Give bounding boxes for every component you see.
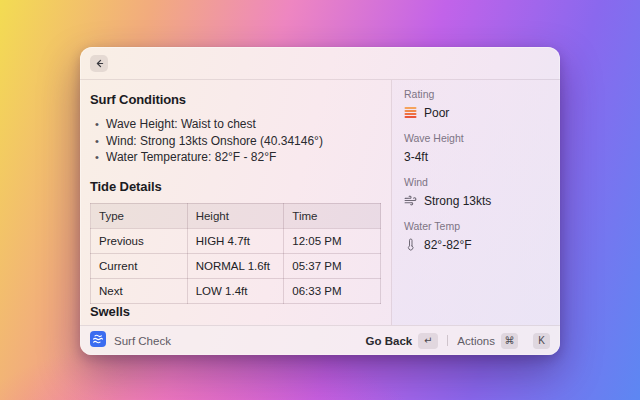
k-key: K xyxy=(533,333,550,349)
app-name: Surf Check xyxy=(114,335,171,347)
actions-button[interactable]: Actions ⌘ K xyxy=(457,333,550,349)
meta-group-water-temp: Water Temp 82°-82°F xyxy=(404,220,548,252)
return-key-icon: ↵ xyxy=(418,333,438,349)
meta-label: Wave Height xyxy=(404,132,548,144)
table-row: Next LOW 1.4ft 06:33 PM xyxy=(91,278,381,303)
surf-conditions-title: Surf Conditions xyxy=(90,92,381,107)
cell-type: Previous xyxy=(91,228,188,253)
desktop-background: Surf Conditions Wave Height: Waist to ch… xyxy=(0,0,640,400)
meta-value: 82°-82°F xyxy=(424,238,472,252)
cell-height: LOW 1.4ft xyxy=(187,278,284,303)
go-back-button[interactable]: Go Back ↵ xyxy=(366,333,439,349)
back-button[interactable] xyxy=(90,55,108,72)
cell-height: HIGH 4.7ft xyxy=(187,228,284,253)
swells-title: Swells xyxy=(90,304,381,319)
footer-separator xyxy=(447,335,448,346)
meta-group-rating: Rating Poor xyxy=(404,88,548,120)
list-item: Wind: Strong 13kts Onshore (40.34146°) xyxy=(90,133,381,150)
footer-actions: Go Back ↵ Actions ⌘ K xyxy=(366,333,550,349)
meta-group-wave-height: Wave Height 3-4ft xyxy=(404,132,548,164)
cell-time: 05:37 PM xyxy=(284,253,381,278)
tide-details-title: Tide Details xyxy=(90,179,381,194)
wind-icon xyxy=(404,194,417,207)
meta-label: Wind xyxy=(404,176,548,188)
command-key-icon: ⌘ xyxy=(501,333,518,349)
cell-time: 06:33 PM xyxy=(284,278,381,303)
meta-value: 3-4ft xyxy=(404,150,428,164)
thermometer-icon xyxy=(404,238,417,251)
surf-conditions-list: Wave Height: Waist to chest Wind: Strong… xyxy=(90,116,381,166)
window-header xyxy=(80,47,560,80)
cell-height: NORMAL 1.6ft xyxy=(187,253,284,278)
column-header-height: Height xyxy=(187,203,284,228)
meta-value: Strong 13kts xyxy=(424,194,491,208)
metadata-sidebar: Rating Poor W xyxy=(392,80,560,325)
meta-label: Water Temp xyxy=(404,220,548,232)
meta-value: Poor xyxy=(424,106,449,120)
cell-type: Current xyxy=(91,253,188,278)
surf-check-window: Surf Conditions Wave Height: Waist to ch… xyxy=(80,47,560,355)
tide-table-header-row: Type Height Time xyxy=(91,203,381,228)
column-header-type: Type xyxy=(91,203,188,228)
surf-check-app-icon xyxy=(90,331,106,351)
go-back-label: Go Back xyxy=(366,335,413,347)
table-row: Current NORMAL 1.6ft 05:37 PM xyxy=(91,253,381,278)
table-row: Previous HIGH 4.7ft 12:05 PM xyxy=(91,228,381,253)
back-arrow-icon xyxy=(94,58,105,69)
list-item: Wave Height: Waist to chest xyxy=(90,116,381,133)
window-content: Surf Conditions Wave Height: Waist to ch… xyxy=(80,80,560,325)
cell-time: 12:05 PM xyxy=(284,228,381,253)
app-identity: Surf Check xyxy=(90,331,171,351)
cell-type: Next xyxy=(91,278,188,303)
column-header-time: Time xyxy=(284,203,381,228)
action-bar: Surf Check Go Back ↵ Actions ⌘ K xyxy=(80,325,560,355)
tide-table: Type Height Time Previous HIGH 4.7ft 12:… xyxy=(90,203,381,304)
meta-group-wind: Wind Strong 13kts xyxy=(404,176,548,208)
actions-label: Actions xyxy=(457,335,495,347)
signal-bars-icon xyxy=(404,106,417,119)
detail-markdown-pane: Surf Conditions Wave Height: Waist to ch… xyxy=(80,80,391,325)
list-item: Water Temperature: 82°F - 82°F xyxy=(90,149,381,166)
meta-label: Rating xyxy=(404,88,548,100)
